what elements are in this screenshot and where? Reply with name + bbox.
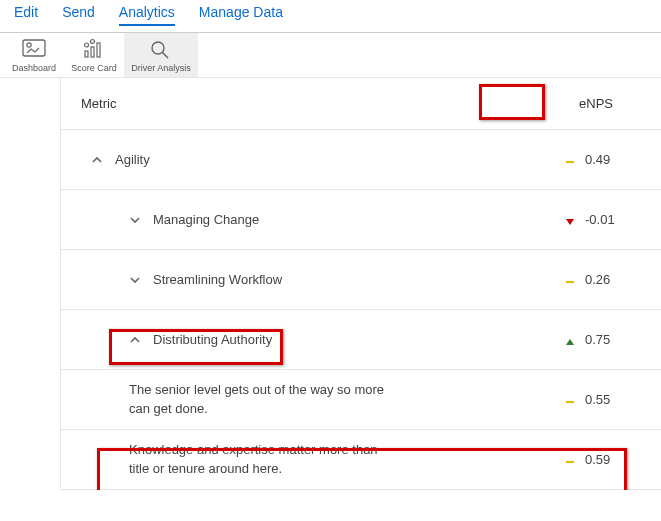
tab-send[interactable]: Send <box>62 4 95 26</box>
table-header: Metric eNPS <box>61 78 661 130</box>
table-row[interactable]: The senior level gets out of the way so … <box>61 370 661 430</box>
trend-flat-icon <box>565 455 575 465</box>
row-value: -0.01 <box>585 212 617 227</box>
svg-point-6 <box>91 40 95 44</box>
row-label: Distributing Authority <box>153 332 272 347</box>
table-row[interactable]: Streamlining Workflow 0.26 <box>61 250 661 310</box>
trend-flat-icon <box>565 155 575 165</box>
row-label: Managing Change <box>153 212 259 227</box>
svg-point-5 <box>85 43 89 47</box>
tool-driver-analysis[interactable]: Driver Analysis <box>124 33 198 77</box>
svg-rect-4 <box>97 43 100 57</box>
svg-point-7 <box>152 42 164 54</box>
row-label: The senior level gets out of the way so … <box>129 381 389 417</box>
svg-marker-12 <box>566 339 574 345</box>
tab-analytics[interactable]: Analytics <box>119 4 175 26</box>
row-value: 0.26 <box>585 272 617 287</box>
row-label: Agility <box>115 152 150 167</box>
chevron-down-icon <box>129 214 141 226</box>
row-value: 0.49 <box>585 152 617 167</box>
chevron-up-icon <box>91 154 103 166</box>
svg-point-1 <box>27 43 31 47</box>
dashboard-icon <box>17 37 51 61</box>
tab-edit[interactable]: Edit <box>14 4 38 26</box>
tool-label: Driver Analysis <box>131 63 191 73</box>
header-enps: eNPS <box>551 96 641 111</box>
trend-up-icon <box>565 335 575 345</box>
chevron-up-icon <box>129 334 141 346</box>
row-value: 0.55 <box>585 392 617 407</box>
tool-label: Score Card <box>71 63 117 73</box>
trend-flat-icon <box>565 395 575 405</box>
table-row[interactable]: Knowledge and expertise matter more than… <box>61 430 661 490</box>
svg-rect-14 <box>566 461 574 463</box>
row-value: 0.59 <box>585 452 617 467</box>
driver-analysis-panel: Metric eNPS Agility 0.49 Managing Change <box>60 78 661 490</box>
svg-line-8 <box>163 53 169 59</box>
tool-scorecard[interactable]: Score Card <box>64 33 124 77</box>
svg-marker-10 <box>566 219 574 225</box>
row-value: 0.75 <box>585 332 617 347</box>
chevron-down-icon <box>129 274 141 286</box>
svg-rect-11 <box>566 281 574 283</box>
header-metric: Metric <box>81 96 551 111</box>
row-label: Streamlining Workflow <box>153 272 282 287</box>
toolbar: Dashboard Score Card Driver Analysis <box>0 33 661 78</box>
trend-down-icon <box>565 215 575 225</box>
trend-flat-icon <box>565 275 575 285</box>
svg-rect-3 <box>91 47 94 57</box>
svg-rect-13 <box>566 401 574 403</box>
tab-manage-data[interactable]: Manage Data <box>199 4 283 26</box>
table-row[interactable]: Agility 0.49 <box>61 130 661 190</box>
tool-label: Dashboard <box>12 63 56 73</box>
top-nav: Edit Send Analytics Manage Data <box>0 0 661 32</box>
svg-rect-9 <box>566 161 574 163</box>
scorecard-icon <box>77 37 111 61</box>
svg-rect-2 <box>85 51 88 57</box>
magnifier-icon <box>144 37 178 61</box>
table-row[interactable]: Distributing Authority 0.75 <box>61 310 661 370</box>
row-label: Knowledge and expertise matter more than… <box>129 441 389 477</box>
svg-rect-0 <box>23 40 45 56</box>
table-row[interactable]: Managing Change -0.01 <box>61 190 661 250</box>
tool-dashboard[interactable]: Dashboard <box>4 33 64 77</box>
